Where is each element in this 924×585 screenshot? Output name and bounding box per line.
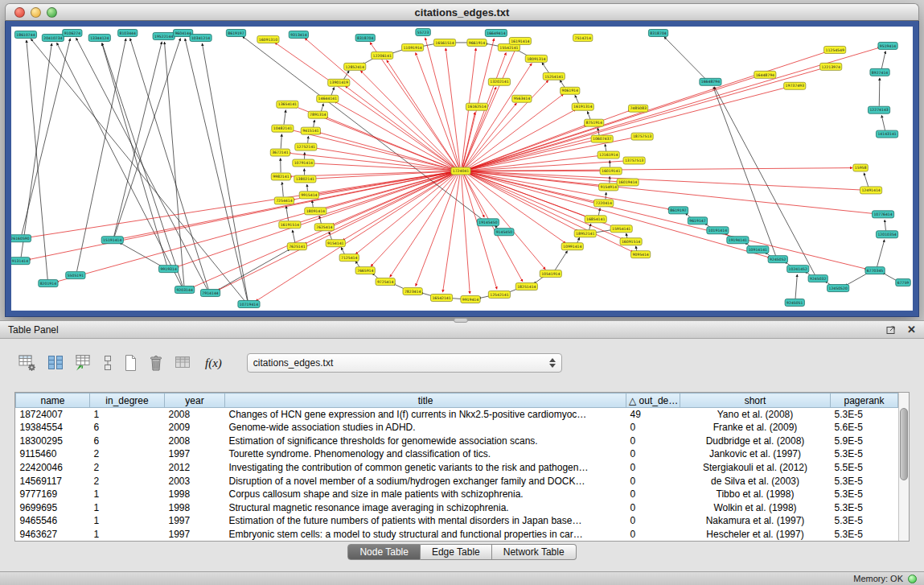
graph-node[interactable]: 9563414: [512, 95, 532, 102]
float-window-icon[interactable]: [886, 319, 897, 340]
graph-node[interactable]: 18091314: [525, 55, 547, 62]
graph-node[interactable]: 10241452: [787, 266, 809, 273]
graph-node[interactable]: 16091514: [620, 238, 642, 245]
graph-node[interactable]: 7254414: [274, 197, 294, 204]
graph-node[interactable]: 6770345: [865, 267, 885, 274]
graph-node[interactable]: 10719414: [238, 301, 260, 308]
column-header-title[interactable]: title: [225, 393, 626, 408]
graph-node[interactable]: 11254549: [824, 46, 846, 53]
graph-node[interactable]: 9145450: [495, 229, 514, 236]
table-row[interactable]: 911546021997Tourette syndrome. Phenomeno…: [16, 447, 898, 461]
graph-node[interactable]: 8751914: [585, 119, 604, 126]
graph-node[interactable]: 16448794: [754, 71, 776, 78]
graph-node[interactable]: 10541914: [540, 270, 561, 278]
graph-node[interactable]: 16648794: [700, 78, 721, 85]
graph-node[interactable]: 8619197: [226, 29, 245, 36]
minimize-button[interactable]: [31, 7, 41, 18]
graph-node[interactable]: 9313414: [289, 31, 308, 38]
tab-network-table[interactable]: Network Table: [492, 544, 577, 560]
graph-node[interactable]: 12852414: [344, 63, 366, 70]
graph-node[interactable]: 16191514: [279, 221, 301, 229]
network-graph-canvas[interactable]: 1724041128524141390141914644141789131494…: [11, 27, 913, 311]
table-row[interactable]: 1872400712008Changes of HCN gene express…: [16, 408, 898, 422]
graph-node[interactable]: 9131414: [11, 257, 30, 265]
graph-node[interactable]: 7665914: [355, 267, 375, 274]
column-header-pagerank[interactable]: pagerank: [831, 393, 898, 408]
graph-node[interactable]: 7125414: [339, 254, 359, 262]
graph-node[interactable]: 9725414: [376, 278, 395, 286]
graph-node[interactable]: 11091914: [402, 43, 424, 51]
graph-node[interactable]: 9245032: [808, 275, 827, 282]
graph-node[interactable]: 15958: [853, 164, 868, 171]
graph-node[interactable]: 15191414: [101, 237, 123, 244]
window-titlebar[interactable]: citations_edges.txt: [5, 3, 919, 21]
graph-node[interactable]: 9154914: [599, 183, 618, 191]
graph-node[interactable]: 13802141: [294, 175, 316, 183]
table-row[interactable]: 946554611997Estimation of the future num…: [16, 514, 898, 528]
graph-node[interactable]: 10914141: [747, 246, 769, 253]
tab-edge-table[interactable]: Edge Table: [421, 544, 492, 560]
graph-node[interactable]: 55723: [416, 28, 430, 35]
panel-resize-grip[interactable]: [454, 318, 468, 323]
close-button[interactable]: [14, 7, 25, 18]
graph-node[interactable]: 19522144: [153, 32, 175, 39]
graph-node[interactable]: 16542141: [430, 295, 452, 302]
graph-node[interactable]: 7485083: [628, 105, 647, 112]
graph-node[interactable]: 16191414: [509, 37, 531, 44]
graph-node[interactable]: 12010354: [876, 231, 897, 238]
graph-node[interactable]: 12450520: [827, 285, 849, 292]
graph-node[interactable]: 9245051: [785, 299, 804, 307]
graph-node[interactable]: 18091414: [305, 208, 326, 215]
graph-node[interactable]: 9661914: [467, 39, 487, 46]
graph-node[interactable]: 13757513: [623, 157, 645, 164]
graph-node[interactable]: 16091310: [257, 35, 279, 43]
column-header-name[interactable]: name: [16, 393, 90, 408]
graph-node[interactable]: 12161914: [598, 151, 619, 159]
table-row[interactable]: 1830029562008Estimation of significance …: [16, 435, 898, 448]
graph-node[interactable]: 9519414: [878, 42, 897, 49]
show-columns-icon[interactable]: [46, 352, 65, 373]
graph-node[interactable]: 18610744: [14, 31, 36, 38]
delete-table-icon[interactable]: [147, 352, 165, 373]
column-header-out_degree[interactable]: △ out_de…: [626, 393, 680, 408]
table-row[interactable]: 946362711997Embryonic stem cells: a mode…: [16, 527, 898, 541]
graph-node[interactable]: 3672141: [270, 149, 290, 156]
column-header-year[interactable]: year: [165, 393, 225, 408]
graph-node[interactable]: 7220414: [594, 200, 614, 207]
graph-node[interactable]: 16162514: [466, 103, 487, 110]
graph-node[interactable]: 12752141: [295, 143, 317, 150]
graph-node[interactable]: 10607437: [591, 135, 613, 142]
table-row[interactable]: 969969511998Structural magnetic resonanc…: [16, 501, 898, 514]
table-row[interactable]: 1456911722003Disruption of a novel membe…: [16, 474, 898, 488]
graph-node[interactable]: 14143141: [876, 130, 897, 138]
close-panel-icon[interactable]: ✕: [907, 325, 916, 335]
graph-node[interactable]: 10791414: [293, 159, 314, 167]
graph-node[interactable]: 9415141: [301, 127, 320, 134]
graph-node[interactable]: 15254141: [543, 72, 565, 80]
function-builder-button[interactable]: f(x): [202, 352, 225, 373]
graph-node[interactable]: 9061914: [561, 87, 580, 94]
graph-node[interactable]: 9619147: [688, 217, 707, 225]
graph-node[interactable]: 8927414: [870, 68, 889, 76]
graph-node[interactable]: 18757513: [631, 133, 653, 140]
graph-node[interactable]: 8619197: [668, 207, 688, 214]
graph-node[interactable]: 10776414: [872, 211, 893, 218]
table-row[interactable]: 1938455462009Genome-wide association stu…: [16, 421, 898, 435]
graph-node[interactable]: 19194141: [727, 237, 749, 244]
graph-node[interactable]: 12491414: [860, 187, 882, 194]
graph-node[interactable]: 13901419: [328, 79, 350, 86]
graph-node[interactable]: 18251414: [515, 283, 537, 290]
graph-node[interactable]: 16019414: [617, 179, 639, 186]
graph-node[interactable]: 9919314: [159, 266, 179, 273]
tab-node-table[interactable]: Node Table: [347, 544, 421, 560]
graph-node[interactable]: 19145450: [477, 219, 499, 226]
graph-node[interactable]: 12213974: [820, 63, 842, 70]
graph-node[interactable]: 16191314: [572, 103, 593, 110]
graph-node[interactable]: 10341214: [190, 34, 211, 41]
graph-node[interactable]: 5505191: [66, 272, 85, 279]
zoom-button[interactable]: [47, 7, 57, 18]
graph-node[interactable]: 9106274: [63, 29, 82, 36]
graph-node[interactable]: 20410734: [42, 34, 64, 41]
graph-node[interactable]: 7514214: [573, 34, 593, 41]
graph-node[interactable]: 7823414: [403, 288, 422, 295]
